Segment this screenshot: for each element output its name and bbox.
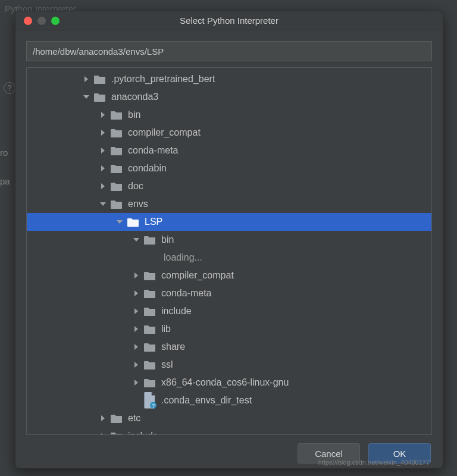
- tree-item-label: anaconda3: [111, 92, 431, 102]
- tree-item-label: envs: [128, 199, 431, 209]
- folder-icon: [143, 270, 156, 281]
- chevron-down-icon[interactable]: [114, 216, 126, 228]
- chevron-right-icon[interactable]: [97, 162, 109, 174]
- chevron-right-icon[interactable]: [97, 127, 109, 139]
- folder-icon: [93, 92, 107, 102]
- tree-row[interactable]: envs: [27, 195, 431, 213]
- tree-item-label: ssl: [161, 359, 431, 370]
- tree-item-label: LSP: [145, 217, 431, 227]
- tree-item-label: doc: [128, 181, 431, 192]
- folder-icon: [143, 306, 156, 317]
- chevron-right-icon[interactable]: [130, 341, 142, 353]
- chevron-right-icon[interactable]: [130, 270, 142, 281]
- tree-item-label: .conda_envs_dir_test: [161, 395, 431, 406]
- file-icon: ?: [143, 394, 156, 406]
- tree-item-label: conda-meta: [128, 145, 431, 156]
- folder-icon: [143, 359, 156, 370]
- chevron-down-icon[interactable]: [97, 198, 109, 210]
- tree-row[interactable]: share: [27, 338, 431, 356]
- folder-icon: [110, 199, 123, 209]
- chevron-right-icon[interactable]: [97, 109, 109, 121]
- folder-icon: [110, 163, 123, 174]
- tree-row[interactable]: bin: [27, 106, 431, 124]
- folder-icon: [110, 145, 123, 156]
- svg-text:?: ?: [152, 402, 155, 408]
- path-input[interactable]: [26, 41, 432, 61]
- tree-row[interactable]: loading...: [27, 249, 431, 267]
- tree-row[interactable]: ssl: [27, 356, 431, 374]
- chevron-right-icon[interactable]: [80, 73, 92, 85]
- tree-row[interactable]: doc: [27, 177, 431, 195]
- chevron-right-icon[interactable]: [97, 412, 109, 424]
- folder-icon: [143, 288, 156, 299]
- folder-icon: [110, 431, 123, 435]
- folder-icon: [127, 217, 140, 227]
- tree-row[interactable]: condabin: [27, 159, 431, 177]
- folder-icon: [110, 109, 123, 120]
- tree-item-label: x86_64-conda_cos6-linux-gnu: [161, 377, 431, 388]
- backdrop-sidebar-fragment-2: pa: [0, 176, 10, 186]
- chevron-right-icon[interactable]: [97, 180, 109, 192]
- tree-row[interactable]: include: [27, 302, 431, 320]
- tree-row[interactable]: bin: [27, 231, 431, 249]
- tree-item-label: condabin: [128, 163, 431, 174]
- chevron-right-icon[interactable]: [130, 287, 142, 299]
- folder-icon: [110, 127, 123, 138]
- tree-row[interactable]: .pytorch_pretrained_bert: [27, 70, 431, 88]
- tree-item-label: include: [161, 306, 431, 317]
- folder-icon: [143, 234, 156, 245]
- watermark-text: https://blog.csdn.net/weixin_40400177: [318, 459, 430, 466]
- chevron-right-icon[interactable]: [130, 305, 142, 317]
- tree-row[interactable]: compiler_compat: [27, 124, 431, 142]
- tree-item-label: bin: [161, 234, 431, 245]
- chevron-right-icon[interactable]: [97, 430, 109, 435]
- chevron-down-icon[interactable]: [80, 91, 92, 103]
- tree-item-label: .pytorch_pretrained_bert: [111, 74, 431, 84]
- tree-item-label: share: [161, 342, 431, 352]
- tree-row[interactable]: LSP: [27, 213, 431, 231]
- folder-icon: [110, 181, 123, 192]
- chevron-right-icon[interactable]: [130, 323, 142, 335]
- tree-row[interactable]: etc: [27, 409, 431, 427]
- folder-icon: [93, 74, 107, 84]
- chevron-down-icon[interactable]: [130, 234, 142, 246]
- tree-item-label: loading...: [164, 252, 431, 263]
- tree-row[interactable]: ?.conda_envs_dir_test: [27, 392, 431, 409]
- tree-item-label: lib: [161, 324, 431, 334]
- dialog-title: Select Python Interpreter: [15, 15, 443, 26]
- tree-row[interactable]: lib: [27, 320, 431, 338]
- tree-row[interactable]: include: [27, 427, 431, 435]
- folder-icon: [143, 342, 156, 352]
- tree-item-label: conda-meta: [161, 288, 431, 299]
- tree-row[interactable]: compiler_compat: [27, 267, 431, 284]
- dialog-titlebar[interactable]: Select Python Interpreter: [15, 11, 443, 30]
- path-input-container: [15, 30, 443, 67]
- backdrop-sidebar-fragment-1: ro: [0, 148, 8, 158]
- tree-item-label: compiler_compat: [161, 270, 431, 281]
- tree-item-label: compiler_compat: [128, 127, 431, 138]
- chevron-right-icon[interactable]: [130, 359, 142, 371]
- folder-icon: [143, 377, 156, 388]
- tree-item-label: etc: [128, 413, 431, 424]
- file-tree-container: .pytorch_pretrained_bertanaconda3bincomp…: [26, 67, 432, 435]
- chevron-right-icon[interactable]: [97, 145, 109, 156]
- tree-item-label: include: [128, 431, 431, 435]
- tree-item-label: bin: [128, 109, 431, 120]
- help-icon: ?: [4, 82, 15, 94]
- select-interpreter-dialog: Select Python Interpreter .pytorch_pretr…: [15, 11, 443, 469]
- tree-row[interactable]: anaconda3: [27, 88, 431, 106]
- tree-row[interactable]: conda-meta: [27, 284, 431, 302]
- tree-row[interactable]: conda-meta: [27, 142, 431, 159]
- file-tree[interactable]: .pytorch_pretrained_bertanaconda3bincomp…: [27, 68, 431, 435]
- folder-icon: [110, 413, 123, 424]
- folder-icon: [143, 324, 156, 334]
- tree-row[interactable]: x86_64-conda_cos6-linux-gnu: [27, 374, 431, 392]
- chevron-right-icon[interactable]: [130, 377, 142, 389]
